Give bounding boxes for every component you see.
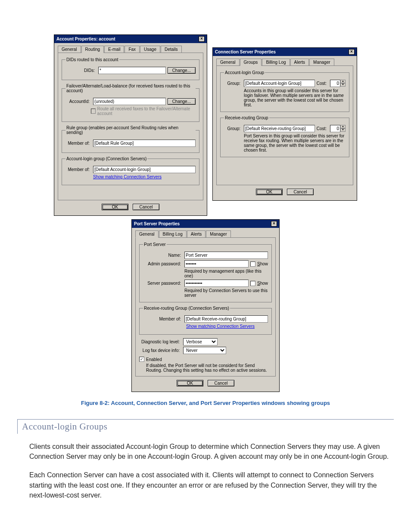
srvpw-label: Server password: [143,281,183,286]
tab-details[interactable]: Details [161,46,182,53]
adminpw-label: Admin password: [143,261,183,266]
show-adminpw-checkbox[interactable]: Show [250,261,268,267]
chevron-down-icon[interactable]: ▼ [340,83,346,87]
cost-label: Cost: [317,126,328,131]
tab-email[interactable]: E-mail [104,46,124,53]
tab-usage[interactable]: Usage [140,46,160,53]
name-label: Name: [143,253,183,258]
tab-general[interactable]: General [135,230,159,238]
close-icon[interactable]: × [199,36,205,42]
cancel-button[interactable]: Cancel [287,189,314,195]
group-receive-routing: Receive-routing Group (Connection Server… [139,306,272,335]
logingroup-input[interactable] [93,166,196,173]
rulegroup-input[interactable] [93,140,196,147]
tab-general[interactable]: General [58,46,81,53]
accountid-input[interactable] [93,98,166,105]
tab-manager[interactable]: Manager [309,59,334,66]
cancel-button[interactable]: Cancel [208,380,234,386]
logfax-combobox[interactable]: Never [183,347,226,354]
adminpw-note: Required by management apps (like this o… [184,269,268,278]
connection-server-properties-window: Connection Server Properties × General G… [212,47,357,201]
change-button[interactable]: Change... [168,67,196,74]
cost-spinner[interactable]: ▲▼ [330,80,346,87]
chevron-up-icon[interactable]: ▲ [340,125,346,128]
ok-button[interactable]: OK [256,189,283,195]
show-srvpw-checkbox[interactable]: Show [250,281,268,286]
checkbox-icon: ✓ [139,357,144,362]
tab-manager[interactable]: Manager [206,230,230,238]
change-button[interactable]: Change... [168,98,196,105]
show-label: Show [257,281,268,286]
group-input[interactable] [244,125,315,132]
account-properties-window: Account Properties: account × General Ro… [54,34,207,216]
routeall-checkbox: Route all received faxes to the Failover… [91,106,196,116]
legend: Port Server [143,242,167,247]
memberof-label: Member of: [65,167,91,172]
screenshot-row-bottom: Port Server Properties × General Billing… [17,219,394,392]
cost-input[interactable] [330,80,340,87]
tab-alerts[interactable]: Alerts [290,59,309,66]
tab-groups[interactable]: Groups [240,59,262,66]
srvpw-input[interactable] [184,280,249,287]
body-paragraph: Clients consult their associated Account… [29,442,394,461]
checkbox-icon [250,281,255,286]
tab-bar: General Groups Billing Log Alerts Manage… [216,59,353,66]
dids-input[interactable] [98,67,166,74]
enabled-checkbox[interactable]: ✓ Enabled [139,357,162,362]
titlebar: Account Properties: account × [54,35,207,43]
tab-general[interactable]: General [216,59,240,66]
close-icon[interactable]: × [349,49,355,55]
section-heading: Account-login Groups [17,419,394,434]
dialog-buttons: OK Cancel [58,200,203,212]
tab-routing[interactable]: Routing [81,46,104,53]
legend: Receive-routing Group [224,115,269,120]
close-icon[interactable]: × [271,221,277,227]
legend: Receive-routing Group (Connection Server… [143,306,230,311]
tab-fax[interactable]: Fax [125,46,140,53]
srvpw-note: Required by Connection Servers to use th… [184,288,268,298]
ok-button[interactable]: OK [177,380,203,386]
chevron-up-icon[interactable]: ▲ [340,80,346,83]
screenshot-row-top: Account Properties: account × General Ro… [17,34,394,216]
show-connection-servers-link[interactable]: Show matching Connection Servers [93,174,162,179]
routeall-label: Route all received faxes to the Failover… [97,106,196,116]
cancel-button[interactable]: Cancel [133,204,159,210]
titlebar: Connection Server Properties × [213,48,357,56]
group-logingroup: Account-login group (Connection Servers)… [62,156,199,185]
tab-alerts[interactable]: Alerts [187,230,206,238]
adminpw-input[interactable] [184,260,249,268]
tab-billinglog[interactable]: Billing Log [159,230,187,238]
group-receive-routing-group: Receive-routing Group Group: Cost: ▲▼ Po… [220,115,349,157]
accountid-label: AccountId: [65,99,91,104]
group-dids: DIDs routed to this account DIDs: Change… [62,57,199,80]
chevron-down-icon[interactable]: ▼ [340,128,346,132]
checkbox-icon [91,109,96,114]
group-label: Group: [224,81,242,86]
dialog-buttons: OK Cancel [135,376,276,388]
show-connection-servers-link[interactable]: Show matching Connection Servers [186,324,255,329]
cost-spinner[interactable]: ▲▼ [330,125,346,132]
figure-caption: Figure 8-2: Account, Connection Server, … [17,400,394,406]
group-port-server: Port Server Name: Admin password: Show [139,242,272,302]
logfax-label: Log fax device info: [139,348,181,353]
diag-combobox[interactable]: Verbose [183,338,218,345]
group-note: Accounts in this group will consider thi… [244,88,346,107]
name-input[interactable] [184,252,268,259]
memberof-input[interactable] [184,315,268,323]
group-label: Group: [224,126,242,131]
cost-input[interactable] [330,125,340,132]
enabled-label: Enabled [146,357,162,362]
legend: DIDs routed to this account [65,57,119,62]
ok-button[interactable]: OK [102,204,128,210]
legend: Account-login group (Connection Servers) [65,156,147,161]
memberof-label: Member of: [65,141,91,146]
tab-panel: Port Server Name: Admin password: Show [135,237,276,376]
tab-billinglog[interactable]: Billing Log [262,59,290,66]
group-input[interactable] [244,80,315,87]
body-paragraph: Each Connection Server can have a cost a… [29,470,394,500]
group-rulegroup: Rule group (enables per-account Send Rou… [62,125,199,153]
dids-label: DIDs: [65,68,97,73]
group-account-login-group: Account-login Group Group: Cost: ▲▼ Acco… [220,70,349,112]
group-note: Port Servers in this group will consider… [244,134,346,152]
cost-label: Cost: [317,81,328,86]
